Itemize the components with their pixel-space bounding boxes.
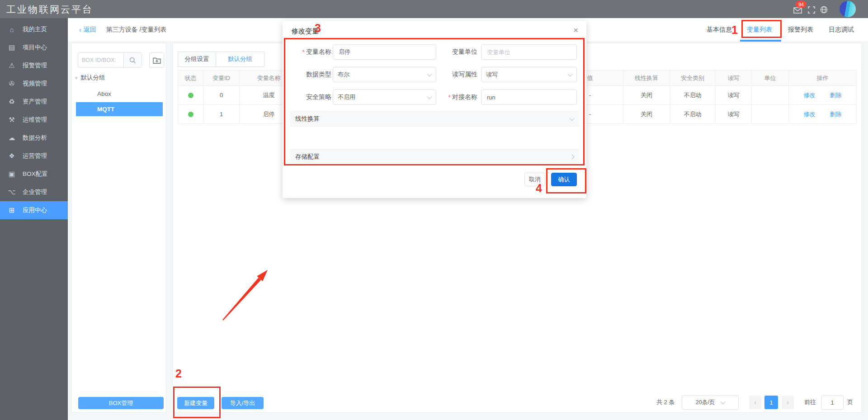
sidebar-item-label: 我的主页 xyxy=(23,25,47,33)
interface-name-input[interactable] xyxy=(486,94,572,101)
user-avatar[interactable] xyxy=(840,1,856,17)
var-id-cell: 0 xyxy=(203,86,240,105)
sidebar-item-box-config[interactable]: ▣BOX配置 xyxy=(0,165,68,183)
var-unit-input[interactable] xyxy=(486,48,572,56)
interface-name-label: * 对接名称 xyxy=(439,90,477,105)
data-type-value: 布尔 xyxy=(338,71,349,79)
edit-link[interactable]: 修改 xyxy=(804,110,816,118)
box-search-input[interactable] xyxy=(78,53,123,67)
tab-variable-list[interactable]: 变量列表 xyxy=(747,18,772,42)
globe-icon[interactable] xyxy=(820,6,828,14)
search-button[interactable] xyxy=(123,53,142,67)
sidebar-item-label: 运维管理 xyxy=(23,116,47,124)
chevron-down-icon xyxy=(569,116,574,121)
cancel-button[interactable]: 取消 xyxy=(524,173,545,186)
sidebar-item-projects[interactable]: ▤项目中心 xyxy=(0,38,68,57)
linear-cell: 关闭 xyxy=(623,105,670,124)
app-title: 工业物联网云平台 xyxy=(6,3,93,16)
data-type-label: 数据类型 xyxy=(292,67,331,82)
top-header: 工业物联网云平台 94 xyxy=(0,0,868,18)
sidebar-item-label: 报警管理 xyxy=(23,61,47,70)
col-actions: 操作 xyxy=(789,71,856,86)
tab-basic-info[interactable]: 基本信息 xyxy=(707,18,732,42)
tree-node-abox[interactable]: Abox xyxy=(76,87,163,101)
field-label: 读写属性 xyxy=(452,71,477,79)
add-folder-icon xyxy=(153,57,161,64)
security-policy-select[interactable]: 不启用 xyxy=(333,90,436,105)
close-icon[interactable]: × xyxy=(573,25,578,35)
sidebar-nav: ⌂我的主页 ▤项目中心 ⚠报警管理 ✇视频管理 ♻资产管理 ⚒运维管理 ☁数据分… xyxy=(0,18,68,420)
sidebar-item-alarms[interactable]: ⚠报警管理 xyxy=(0,57,68,75)
delete-link[interactable]: 删除 xyxy=(830,110,842,118)
edit-link[interactable]: 修改 xyxy=(804,91,816,99)
tab-log-debug[interactable]: 日志调试 xyxy=(829,18,854,42)
goto-label: 前往 xyxy=(804,395,816,410)
rw-cell: 读写 xyxy=(716,86,752,105)
sidebar-item-enterprise[interactable]: ⌥企业管理 xyxy=(0,183,68,201)
tab-default-group[interactable]: 默认分组 xyxy=(216,52,264,67)
storage-section-header[interactable]: 存储配置 xyxy=(290,149,579,165)
breadcrumb-path: 第三方设备 /变量列表 xyxy=(106,26,167,34)
box-search xyxy=(78,52,142,68)
field-label: 数据类型 xyxy=(306,71,331,79)
tree-node-mqtt[interactable]: MQTT xyxy=(76,102,163,116)
rw-cell: 读写 xyxy=(716,105,752,124)
sidebar-item-app-center[interactable]: ⊞应用中心 xyxy=(0,201,68,219)
linear-section-title: 线性换算 xyxy=(295,115,320,123)
dialog-title: 修改变量 xyxy=(292,27,319,36)
breadcrumb: ‹ 返回 第三方设备 /变量列表 xyxy=(79,18,166,42)
sidebar-item-data-analysis[interactable]: ☁数据分析 xyxy=(0,129,68,147)
tab-group-settings[interactable]: 分组设置 xyxy=(178,52,216,67)
pagination-total: 共 2 条 xyxy=(656,395,675,410)
linear-section-header[interactable]: 线性换算 xyxy=(290,111,579,127)
add-group-button[interactable] xyxy=(149,52,164,68)
sidebar-item-label: BOX配置 xyxy=(23,170,48,178)
mail-icon[interactable] xyxy=(793,7,802,14)
new-variable-button[interactable]: 新建变量 xyxy=(177,397,214,409)
unit-cell xyxy=(752,86,789,105)
sidebar-item-label: 资产管理 xyxy=(23,98,47,106)
security-cell: 不启动 xyxy=(670,86,716,105)
prev-page-button[interactable]: ‹ xyxy=(749,396,761,409)
tree-group-label: 默认分组 xyxy=(81,74,105,82)
box-manage-button[interactable]: BOX管理 xyxy=(78,397,164,409)
delete-link[interactable]: 删除 xyxy=(830,91,842,99)
page-size-value: 20条/页 xyxy=(696,399,715,406)
sidebar-item-ops[interactable]: ⚒运维管理 xyxy=(0,111,68,129)
sidebar-item-home[interactable]: ⌂我的主页 xyxy=(0,20,68,38)
data-type-select[interactable]: 布尔 xyxy=(333,67,436,82)
actions-cell: 修改 删除 xyxy=(789,105,856,124)
col-unit: 单位 xyxy=(752,71,789,86)
var-unit-label: 变量单位 xyxy=(439,44,477,60)
col-status: 状态 xyxy=(178,71,203,86)
back-link[interactable]: ‹ 返回 xyxy=(79,26,96,34)
tree-group-default[interactable]: ▾ 默认分组 xyxy=(75,71,105,84)
field-label: 变量名称 xyxy=(306,48,331,56)
page-size-select[interactable]: 20条/页 xyxy=(682,395,739,410)
project-icon: ▤ xyxy=(6,43,17,52)
col-security: 安全类别 xyxy=(670,71,716,86)
sidebar-item-assets[interactable]: ♻资产管理 xyxy=(0,93,68,111)
sidebar-item-video[interactable]: ✇视频管理 xyxy=(0,75,68,93)
rw-attr-select[interactable]: 读写 xyxy=(481,67,577,82)
col-var-id: 变量ID xyxy=(203,71,240,86)
back-label: 返回 xyxy=(84,26,96,34)
status-cell xyxy=(178,105,203,124)
tab-alarm-list[interactable]: 报警列表 xyxy=(788,18,813,42)
wrench-icon: ⚒ xyxy=(6,116,17,124)
security-cell: 不启动 xyxy=(670,105,716,124)
bell-icon: ⚠ xyxy=(6,61,17,70)
sidebar-item-operation[interactable]: ❖运营管理 xyxy=(0,147,68,165)
var-name-input-wrap xyxy=(333,44,436,60)
security-policy-value: 不启用 xyxy=(338,93,355,101)
confirm-button[interactable]: 确认 xyxy=(551,173,577,186)
fullscreen-icon[interactable] xyxy=(808,6,815,14)
current-page-button[interactable]: 1 xyxy=(764,396,778,409)
next-page-button[interactable]: › xyxy=(782,396,794,409)
sidebar-item-label: 应用中心 xyxy=(23,206,47,214)
var-name-input[interactable] xyxy=(338,48,431,56)
import-export-button[interactable]: 导入/导出 xyxy=(222,397,264,409)
chevron-right-icon xyxy=(569,154,574,159)
goto-page-input[interactable] xyxy=(821,395,844,410)
apps-grid-icon: ⊞ xyxy=(6,206,17,214)
